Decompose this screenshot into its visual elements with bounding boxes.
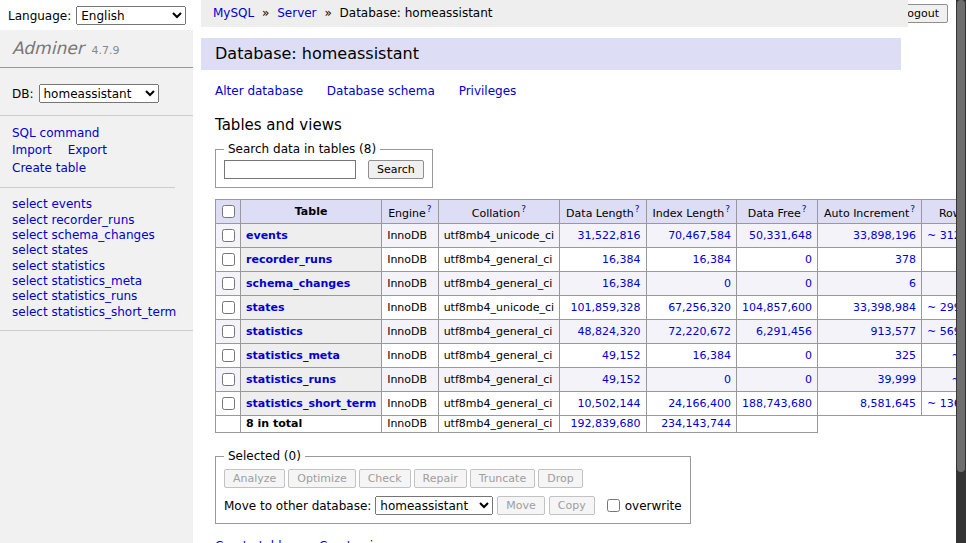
sidebar-link-export[interactable]: Export	[68, 142, 107, 159]
index-length-link[interactable]: 70,467,584	[668, 229, 731, 242]
row-select-checkbox[interactable]	[222, 397, 235, 410]
data-length-link[interactable]: 49,152	[602, 349, 641, 362]
privileges-link[interactable]: Privileges	[459, 84, 517, 98]
check-button[interactable]: Check	[359, 469, 411, 488]
row-select-checkbox[interactable]	[222, 373, 235, 386]
copy-button[interactable]: Copy	[549, 496, 595, 515]
row-select-checkbox[interactable]	[222, 301, 235, 314]
row-select-checkbox[interactable]	[222, 349, 235, 362]
optimize-button[interactable]: Optimize	[288, 469, 355, 488]
drop-button[interactable]: Drop	[538, 469, 582, 488]
index-length-link[interactable]: 16,384	[693, 349, 732, 362]
data-free-link[interactable]: 0	[805, 349, 812, 362]
database-schema-link[interactable]: Database schema	[327, 84, 435, 98]
row-select-checkbox[interactable]	[222, 325, 235, 338]
repair-button[interactable]: Repair	[414, 469, 467, 488]
db-select[interactable]: homeassistant	[39, 84, 159, 103]
scrollbar-thumb[interactable]	[957, 0, 965, 472]
data-length-link[interactable]: 10,502,144	[578, 397, 641, 410]
auto-increment-link[interactable]: 913,577	[871, 325, 917, 338]
column-help-link[interactable]: ?	[427, 204, 432, 214]
column-help-link[interactable]: ?	[521, 204, 526, 214]
data-length-link[interactable]: 16,384	[602, 277, 641, 290]
data-length-link[interactable]: 49,152	[602, 373, 641, 386]
sidebar-table-link[interactable]: select statistics	[12, 259, 181, 274]
column-help-link[interactable]: ?	[725, 204, 730, 214]
index-length-link[interactable]: 0	[724, 277, 731, 290]
breadcrumb-link-mysql[interactable]: MySQL	[213, 6, 254, 20]
sidebar-table-link[interactable]: select statistics_short_term	[12, 305, 181, 320]
column-help-link[interactable]: ?	[910, 204, 915, 214]
data-length-link[interactable]: 48,824,320	[578, 325, 641, 338]
sidebar-table-link[interactable]: select statistics_meta	[12, 274, 181, 289]
table-name-link[interactable]: recorder_runs	[246, 253, 332, 266]
index-length-link[interactable]: 0	[724, 373, 731, 386]
data-free-link[interactable]: 6,291,456	[756, 325, 812, 338]
sidebar-table-link[interactable]: select schema_changes	[12, 228, 181, 243]
overwrite-checkbox[interactable]	[607, 499, 620, 512]
sidebar-link-sql-command[interactable]: SQL command	[12, 125, 99, 142]
sidebar-link-create-table[interactable]: Create table	[12, 160, 86, 177]
move-button[interactable]: Move	[497, 496, 545, 515]
sidebar-table-link[interactable]: select events	[12, 197, 181, 212]
search-input[interactable]	[224, 160, 356, 179]
select-all-checkbox[interactable]	[222, 205, 235, 218]
create-table-link[interactable]: Create table	[215, 539, 289, 543]
sidebar-link-import[interactable]: Import	[12, 142, 52, 159]
table-name-link[interactable]: statistics_short_term	[246, 397, 376, 410]
adminer-logo-link[interactable]: Adminer	[12, 38, 84, 58]
table-name-link[interactable]: events	[246, 229, 288, 242]
auto-increment-link[interactable]: 325	[895, 349, 916, 362]
alter-database-link[interactable]: Alter database	[215, 84, 303, 98]
data-length-link[interactable]: 101,859,328	[571, 301, 641, 314]
table-name-link[interactable]: states	[246, 301, 285, 314]
data-free-link[interactable]: 0	[805, 277, 812, 290]
breadcrumb: MySQL » Server » Database: homeassistant	[201, 0, 908, 27]
auto-increment-link[interactable]: 39,999	[878, 373, 917, 386]
data-free-link[interactable]: 0	[805, 373, 812, 386]
sidebar-table-link[interactable]: select states	[12, 243, 181, 258]
table-name-cell: recorder_runs	[241, 248, 382, 272]
data-free-link[interactable]: 0	[805, 253, 812, 266]
data-length-link[interactable]: 31,522,816	[578, 229, 641, 242]
row-select-checkbox[interactable]	[222, 253, 235, 266]
sidebar-table-link[interactable]: select recorder_runs	[12, 213, 181, 228]
auto-increment-link[interactable]: 378	[895, 253, 916, 266]
index-length-link[interactable]: 24,166,400	[668, 397, 731, 410]
sidebar-table-link[interactable]: select statistics_runs	[12, 289, 181, 304]
table-name-link[interactable]: statistics_runs	[246, 373, 336, 386]
column-help-link[interactable]: ?	[802, 204, 807, 214]
index-length-link[interactable]: 67,256,320	[668, 301, 731, 314]
row-select-checkbox[interactable]	[222, 277, 235, 290]
data-free-link[interactable]: 104,857,600	[742, 301, 812, 314]
create-view-link[interactable]: Create view	[319, 539, 390, 543]
data-length-link[interactable]: 16,384	[602, 253, 641, 266]
rows-count-link[interactable]: ~ 569,159	[927, 325, 956, 338]
breadcrumb-link-server[interactable]: Server	[277, 6, 316, 20]
move-database-select[interactable]: homeassistant	[375, 496, 493, 515]
index-length-link[interactable]: 72,220,672	[668, 325, 731, 338]
rows-count-link[interactable]: ~ 136,108	[927, 397, 956, 410]
analyze-button[interactable]: Analyze	[224, 469, 285, 488]
row-select-checkbox[interactable]	[222, 229, 235, 242]
auto-increment-link[interactable]: 6	[909, 277, 916, 290]
column-help-link[interactable]: ?	[635, 204, 640, 214]
search-button[interactable]: Search	[368, 160, 424, 179]
rows-count-link[interactable]: ~ 299,833	[927, 301, 956, 314]
rows-count-link[interactable]: ~ 312,180	[927, 229, 956, 242]
truncate-button[interactable]: Truncate	[470, 469, 535, 488]
vertical-scrollbar[interactable]	[956, 0, 966, 543]
auto-increment-link[interactable]: 8,581,645	[860, 397, 916, 410]
language-select[interactable]: English	[76, 6, 186, 25]
data-free-link[interactable]: 188,743,680	[742, 397, 812, 410]
create-links: Create table Create view	[215, 539, 956, 543]
index-length-link[interactable]: 16,384	[693, 253, 732, 266]
auto-increment-link[interactable]: 33,398,984	[853, 301, 916, 314]
auto-increment-link[interactable]: 33,898,196	[853, 229, 916, 242]
table-name-link[interactable]: statistics_meta	[246, 349, 340, 362]
data-free-link[interactable]: 50,331,648	[749, 229, 812, 242]
index-length-cell: 0	[646, 272, 737, 296]
table-name-link[interactable]: statistics	[246, 325, 303, 338]
index-length-cell: 70,467,584	[646, 224, 737, 248]
table-name-link[interactable]: schema_changes	[246, 277, 350, 290]
